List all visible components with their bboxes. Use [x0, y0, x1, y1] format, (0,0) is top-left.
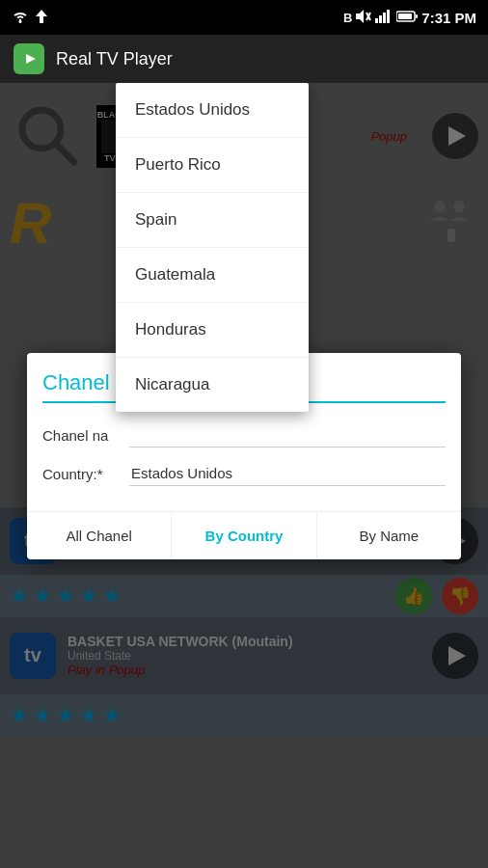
wifi-icon	[12, 10, 29, 26]
status-left-icons	[12, 9, 48, 27]
svg-rect-8	[387, 10, 390, 23]
upload-icon	[35, 9, 48, 27]
country-label: Country:*	[42, 466, 129, 482]
dialog-body: Chanel na Country:* Estados Unidos	[27, 411, 461, 511]
svg-rect-6	[379, 15, 382, 23]
main-content: BLACK FLAG TV PARTY TV Un... Popup R	[0, 83, 488, 868]
status-bar: B 7:31 PM	[0, 0, 488, 35]
country-field-row: Country:* Estados Unidos	[42, 461, 446, 486]
dropdown-item-nicaragua[interactable]: Nicaragua	[116, 358, 309, 412]
svg-point-0	[19, 20, 22, 23]
country-dropdown[interactable]: Estados Unidos Puerto Rico Spain Guatema…	[116, 83, 309, 412]
status-right-icons: B 7:31 PM	[343, 10, 476, 26]
channel-name-input[interactable]	[129, 422, 446, 448]
app-title: Real TV Player	[56, 49, 173, 69]
tab-all-chanel[interactable]: All Chanel	[27, 512, 172, 559]
bluetooth-icon: B	[343, 11, 352, 25]
time-display: 7:31 PM	[421, 10, 476, 26]
tab-by-country[interactable]: By Country	[172, 512, 316, 559]
signal-bars-icon	[375, 10, 393, 26]
svg-rect-5	[375, 18, 378, 23]
dropdown-item-estados-unidos[interactable]: Estados Unidos	[116, 83, 309, 138]
svg-rect-10	[398, 14, 412, 19]
channel-name-field-row: Chanel na	[42, 422, 446, 448]
dropdown-item-puerto-rico[interactable]: Puerto Rico	[116, 138, 309, 193]
svg-rect-11	[416, 14, 418, 18]
svg-rect-7	[383, 13, 386, 23]
app-icon	[14, 43, 44, 74]
app-header: Real TV Player	[0, 35, 488, 83]
dropdown-item-spain[interactable]: Spain	[116, 193, 309, 248]
channel-name-label: Chanel na	[42, 427, 129, 444]
battery-icon	[396, 10, 418, 25]
mute-icon	[356, 10, 371, 26]
country-value[interactable]: Estados Unidos	[129, 461, 446, 486]
dropdown-item-guatemala[interactable]: Guatemala	[116, 248, 309, 303]
dialog-tabs: All Chanel By Country By Name	[27, 511, 461, 559]
svg-marker-2	[356, 10, 364, 23]
svg-marker-1	[36, 10, 47, 23]
tab-by-name[interactable]: By Name	[317, 512, 461, 559]
dropdown-item-honduras[interactable]: Honduras	[116, 303, 309, 358]
